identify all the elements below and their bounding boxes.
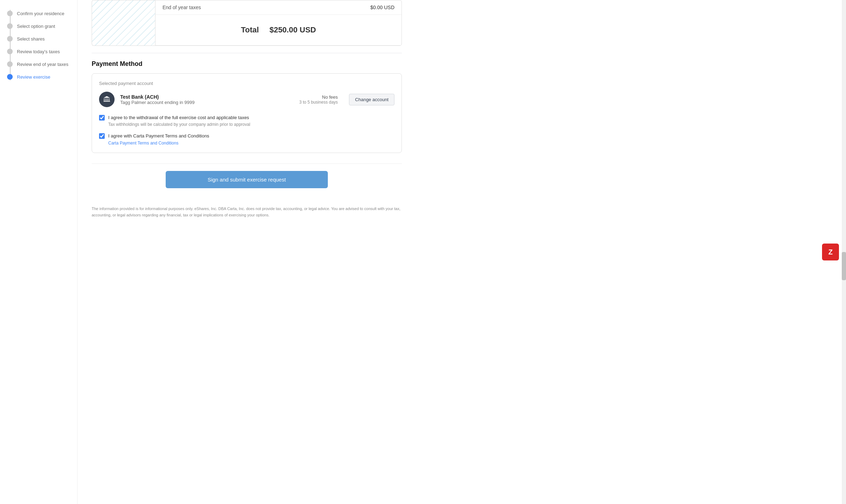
sidebar-step-review-exercise[interactable]: Review exercise — [7, 70, 77, 83]
sidebar-step-confirm-residence[interactable]: Confirm your residence — [7, 7, 77, 20]
step-label-confirm-residence: Confirm your residence — [17, 11, 64, 16]
svg-rect-5 — [104, 101, 110, 102]
step-dot-select-option-grant — [7, 23, 13, 29]
submit-section: Sign and submit exercise request — [92, 164, 402, 195]
step-label-review-exercise: Review exercise — [17, 74, 50, 80]
end-of-year-row: End of year taxes $0.00 USD — [155, 0, 401, 15]
agree-terms-checkbox[interactable] — [99, 133, 105, 139]
step-dot-review-todays-taxes — [7, 49, 13, 54]
top-section: End of year taxes $0.00 USD Total $250.0… — [92, 0, 402, 46]
svg-rect-1 — [105, 98, 105, 101]
payment-method-title: Payment Method — [92, 60, 402, 68]
step-dot-review-exercise — [7, 74, 13, 80]
payment-method-section: Payment Method Selected payment account — [92, 60, 402, 153]
svg-rect-0 — [104, 98, 104, 101]
bank-icon — [99, 92, 115, 107]
checkbox-1-text-block: I agree to the withdrawal of the full ex… — [108, 114, 250, 127]
svg-rect-4 — [109, 98, 109, 101]
sidebar-step-select-shares[interactable]: Select shares — [7, 32, 77, 45]
submit-button[interactable]: Sign and submit exercise request — [166, 171, 328, 188]
payment-card: Selected payment account — [92, 73, 402, 153]
end-of-year-value: $0.00 USD — [370, 5, 394, 10]
step-label-select-shares: Select shares — [17, 36, 45, 42]
selected-account-label: Selected payment account — [99, 81, 394, 86]
bank-row: Test Bank (ACH) Tagg Palmer account endi… — [99, 92, 394, 107]
step-dot-select-shares — [7, 36, 13, 42]
tax-summary-panel: End of year taxes $0.00 USD Total $250.0… — [155, 0, 402, 46]
bank-fees: No fees 3 to 5 business days — [299, 94, 338, 105]
sidebar-step-review-todays-taxes[interactable]: Review today's taxes — [7, 45, 77, 58]
checkbox-1-sub: Tax withholdings will be calculated by y… — [108, 122, 250, 127]
sidebar-step-select-option-grant[interactable]: Select option grant — [7, 20, 77, 32]
bank-sub: Tagg Palmer account ending in 9999 — [120, 100, 294, 105]
checkbox-item-2: I agree with Carta Payment Terms and Con… — [99, 133, 394, 146]
steps-list: Confirm your residenceSelect option gran… — [7, 7, 77, 83]
total-label: Total — [241, 25, 259, 35]
agree-withdrawal-checkbox[interactable] — [99, 115, 105, 121]
svg-rect-2 — [106, 98, 107, 101]
step-label-review-end-of-year-taxes: Review end of year taxes — [17, 62, 68, 67]
disclaimer: The information provided is for informat… — [92, 206, 402, 218]
step-label-review-todays-taxes: Review today's taxes — [17, 49, 60, 54]
terms-link[interactable]: Carta Payment Terms and Conditions — [108, 141, 209, 146]
sidebar-step-review-end-of-year-taxes[interactable]: Review end of year taxes — [7, 58, 77, 70]
total-value: $250.00 USD — [269, 25, 316, 35]
svg-rect-3 — [108, 98, 108, 101]
sidebar: Confirm your residenceSelect option gran… — [0, 0, 78, 504]
scrollbar-track[interactable] — [842, 0, 846, 504]
step-dot-review-end-of-year-taxes — [7, 61, 13, 67]
corner-badge: Z — [822, 244, 839, 260]
end-of-year-label: End of year taxes — [163, 5, 201, 10]
total-row: Total $250.00 USD — [155, 15, 401, 45]
bank-name: Test Bank (ACH) — [120, 94, 294, 100]
checkbox-item-1: I agree to the withdrawal of the full ex… — [99, 114, 394, 127]
agree-terms-label[interactable]: I agree with Carta Payment Terms and Con… — [108, 133, 209, 139]
agree-withdrawal-label[interactable]: I agree to the withdrawal of the full ex… — [108, 115, 249, 120]
step-dot-confirm-residence — [7, 11, 13, 16]
fees-sub: 3 to 5 business days — [299, 100, 338, 105]
striped-decoration — [92, 0, 155, 46]
scrollbar-thumb[interactable] — [842, 252, 846, 280]
checkbox-2-text-block: I agree with Carta Payment Terms and Con… — [108, 133, 209, 146]
bank-info: Test Bank (ACH) Tagg Palmer account endi… — [120, 94, 294, 105]
checkbox-group: I agree to the withdrawal of the full ex… — [99, 114, 394, 146]
change-account-button[interactable]: Change account — [349, 94, 394, 105]
step-label-select-option-grant: Select option grant — [17, 24, 55, 29]
fees-label: No fees — [299, 94, 338, 100]
main-content: End of year taxes $0.00 USD Total $250.0… — [78, 0, 416, 504]
divider-1 — [92, 53, 402, 53]
svg-marker-6 — [104, 96, 110, 98]
